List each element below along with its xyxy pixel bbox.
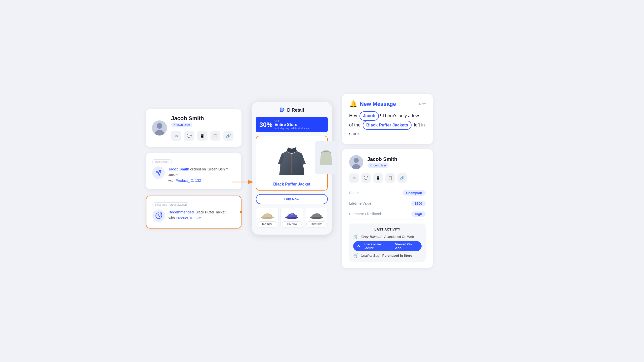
activity-item-1: 🛒 'Grey Trainers' Abandoned On Web (353, 234, 422, 239)
activity-text-3b: Purchased In Store (382, 254, 412, 257)
message-username-pill: Jacob (359, 111, 379, 121)
personalization-text: Recommended 'Black Puffer Jacket' with P… (169, 209, 226, 221)
message-part1: Hey (349, 113, 358, 118)
promo-off: OFF (274, 119, 310, 122)
left-panel: Jacob Smith Known User ✉ 💬 📱 📋 🔗 User Ac… (146, 109, 242, 229)
product-image (260, 140, 324, 180)
profile-email-btn[interactable]: ✉ (349, 173, 359, 183)
activity-item-2: 👁 'Black Puffer Jacket' Viewed On App (353, 241, 422, 251)
profile-icons: ✉ 💬 📱 📋 🔗 (349, 173, 426, 183)
action-product-id: Product_ID: 132 (176, 178, 201, 183)
shoe-item-3: Buy Now (305, 208, 328, 228)
message-time: Now (419, 102, 426, 106)
promo-percent-block: 30% (259, 121, 272, 128)
message-body: Hey Jacob! There's only a few of the Bla… (349, 111, 426, 138)
action-label: User Action (152, 159, 172, 164)
stats-row-ltv: Lifetime Value $700 (349, 198, 426, 209)
shoes-row: Buy Now Buy Now (256, 208, 328, 228)
user-badge: Known User (171, 123, 192, 127)
user-icon-row: ✉ 💬 📱 📋 🔗 (171, 131, 233, 141)
right-panel: 🔔 New Message Now Hey Jacob! There's onl… (342, 94, 433, 268)
shoe-img-1 (260, 210, 275, 220)
promo-info: OFF Entire Store for today only. While s… (274, 119, 310, 130)
ltv-value: $700 (411, 201, 426, 206)
svg-point-1 (157, 123, 162, 129)
action-user: Jacob Smith (168, 167, 189, 171)
chat-icon-btn[interactable]: 💬 (184, 131, 194, 141)
message-title-row: 🔔 New Message (349, 100, 396, 108)
profile-info: Jacob Smith Known User (367, 156, 397, 168)
profile-chat-btn[interactable]: 💬 (361, 173, 371, 183)
secondary-product (315, 141, 337, 174)
activity-icon-2: 👁 (356, 244, 361, 248)
activity-icon-1: 🛒 (353, 234, 358, 239)
product-name: Black Puffer Jacket (260, 182, 324, 187)
action-sub: with (168, 178, 176, 183)
d-logo: 𝔻· (279, 107, 286, 113)
action-content: Jacob Smith clicked on 'Green Denim Jack… (152, 166, 235, 183)
activity-icon-3: 🛒 (353, 253, 358, 258)
profile-notes-btn[interactable]: 📋 (385, 173, 395, 183)
phone-header: 𝔻· D·Retail (256, 107, 328, 113)
buy-now-button[interactable]: Buy Now (256, 194, 328, 204)
bell-icon: 🔔 (349, 100, 357, 108)
message-header: 🔔 New Message Now (349, 100, 426, 108)
personalization-product: 'Black Puffer Jacket' (194, 210, 226, 214)
personalization-prefix: Recommended (169, 210, 194, 214)
profile-avatar (349, 155, 363, 169)
shoe-img-3 (309, 210, 324, 220)
email-icon-btn[interactable]: ✉ (171, 131, 181, 141)
avatar (152, 120, 167, 135)
stats-row-purchase: Purchase Likelihood High (349, 209, 426, 219)
middle-panel: 𝔻· D·Retail 30% OFF Entire Store for tod… (252, 102, 332, 235)
phone-mockup: 𝔻· D·Retail 30% OFF Entire Store for tod… (252, 102, 332, 235)
promo-percent: 30% (259, 121, 272, 128)
profile-badge: Known User (367, 163, 389, 168)
profile-phone-btn[interactable]: 📱 (373, 173, 383, 183)
stats-row-status: Status Champion (349, 188, 426, 198)
retail-text: D·Retail (287, 108, 304, 113)
user-info: Jacob Smith Known User ✉ 💬 📱 📋 🔗 (171, 115, 233, 141)
personalization-sub: with (169, 216, 176, 220)
activity-text-2b: Viewed On App (395, 242, 419, 250)
message-card: 🔔 New Message Now Hey Jacob! There's onl… (342, 94, 433, 144)
last-activity-title: LAST ACTIVITY (353, 228, 422, 231)
phone-icon-btn[interactable]: 📱 (197, 131, 207, 141)
message-product-pill: Black Puffer Jackets (363, 121, 412, 130)
action-text: Jacob Smith clicked on 'Green Denim Jack… (168, 166, 235, 183)
personalization-product-id: Product_ID: 235 (176, 216, 201, 220)
personalization-card: Real-time Personalization Recommended 'B… (146, 196, 242, 229)
activity-text-1a: 'Grey Trainers' (361, 235, 382, 239)
personalization-label: Real-time Personalization (152, 202, 189, 207)
link-icon-btn[interactable]: 🔗 (223, 131, 233, 141)
personalization-icon (152, 209, 165, 222)
message-part3: of the (349, 122, 362, 127)
promo-sub: for today only. While stocks last. (274, 127, 310, 130)
notes-icon-btn[interactable]: 📋 (210, 131, 220, 141)
activity-text-1b: Abandoned On Web (384, 235, 414, 239)
product-highlight: Black Puffer Jacket (256, 136, 328, 191)
purchase-label: Purchase Likelihood (349, 212, 381, 216)
message-title: New Message (360, 101, 396, 107)
message-part2: ! There's only a few (380, 113, 419, 118)
profile-name: Jacob Smith (367, 156, 397, 162)
activity-item-3: 🛒 'Leather Bag' Purchased In Store (353, 253, 422, 258)
last-activity: LAST ACTIVITY 🛒 'Grey Trainers' Abandone… (349, 223, 426, 262)
shoe-item-2: Buy Now (280, 208, 303, 228)
shoe-item-1: Buy Now (256, 208, 278, 228)
purchase-value: High (411, 211, 426, 217)
personalization-content: Recommended 'Black Puffer Jacket' with P… (152, 209, 235, 222)
shoe-buy-2[interactable]: Buy Now (282, 221, 302, 226)
shoe-buy-1[interactable]: Buy Now (257, 221, 277, 226)
arrow-connector (232, 177, 257, 187)
profile-header: Jacob Smith Known User (349, 155, 426, 169)
action-card: User Action Jacob Smith clicked on 'Gree… (146, 153, 242, 190)
profile-link-btn[interactable]: 🔗 (397, 173, 407, 183)
status-label: Status (349, 191, 359, 195)
activity-text-2a: 'Black Puffer Jacket' (364, 242, 393, 250)
action-icon (152, 166, 165, 179)
user-name: Jacob Smith (171, 115, 233, 122)
shoe-buy-3[interactable]: Buy Now (306, 221, 327, 226)
user-card: Jacob Smith Known User ✉ 💬 📱 📋 🔗 (146, 109, 242, 147)
shoe-img-2 (284, 210, 299, 220)
